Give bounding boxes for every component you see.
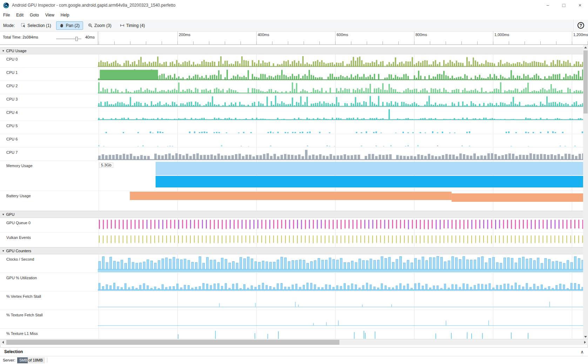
track-cpu-5[interactable]: CPU 5 (0, 121, 583, 134)
track-gpu-utilization[interactable]: GPU % Utilization (0, 273, 583, 291)
track-chart-cpu-1[interactable] (98, 68, 583, 81)
track-chart-vertex-fetch-stall[interactable] (98, 291, 583, 310)
track-vertex-fetch-stall[interactable]: % Vertex Fetch Stall (0, 291, 583, 310)
timing-mode-button[interactable]: Timing (4) (116, 21, 149, 30)
menu-help[interactable]: Help (58, 11, 73, 20)
track-cpu-4[interactable]: CPU 4 (0, 108, 583, 121)
scroll-left-icon[interactable] (0, 339, 6, 345)
cpu-5-chart-svg (98, 121, 583, 134)
zoom-slider-handle[interactable] (75, 37, 78, 41)
horizontal-scrollbar[interactable] (0, 339, 588, 345)
maximize-button[interactable]: □ (556, 0, 572, 11)
horizontal-scroll-thumb[interactable] (6, 340, 339, 345)
ruler-minor-ticks (98, 41, 588, 44)
track-chart-clocks-per-second[interactable] (98, 254, 583, 273)
section-header-gpu-counters[interactable]: ▾GPU Counters (0, 247, 583, 254)
menu-goto[interactable]: Goto (27, 11, 42, 20)
vertical-scrollbar[interactable] (583, 45, 588, 339)
texture-fetch-stall-chart-svg (98, 310, 583, 328)
track-chart-gpu-utilization[interactable] (98, 273, 583, 291)
track-cpu-3[interactable]: CPU 3 (0, 94, 583, 108)
track-cpu-6[interactable]: CPU 6 (0, 134, 583, 147)
selection-panel-title: Selection (4, 349, 23, 354)
cpu-0-chart-svg (98, 54, 583, 67)
help-button[interactable]: ? (573, 20, 588, 31)
scroll-right-icon[interactable] (582, 339, 588, 345)
track-chart-texture-fetch-stall[interactable] (98, 310, 583, 328)
section-label: GPU (6, 212, 15, 217)
track-chart-texture-l1-miss[interactable] (98, 329, 583, 339)
track-label-cpu-3: CPU 3 (0, 94, 98, 107)
battery-usage-chart-svg (98, 191, 583, 211)
track-chart-gpu-queue-0[interactable] (98, 218, 583, 232)
track-chart-cpu-5[interactable] (98, 121, 583, 134)
track-vulkan-events[interactable]: Vulkan Events (0, 233, 583, 247)
menu-view[interactable]: View (42, 11, 58, 20)
close-button[interactable]: × (572, 0, 588, 11)
selection-mode-button[interactable]: Selection (1) (18, 21, 54, 30)
track-label-vulkan-events: Vulkan Events (0, 233, 98, 247)
vertical-scroll-thumb[interactable] (583, 50, 588, 114)
track-texture-fetch-stall[interactable]: % Texture Fetch Stall (0, 310, 583, 329)
track-chart-cpu-7[interactable] (98, 147, 583, 160)
track-label-cpu-4: CPU 4 (0, 108, 98, 121)
track-cpu-0[interactable]: CPU 0 (0, 54, 583, 68)
track-chart-cpu-4[interactable] (98, 108, 583, 121)
section-header-gpu[interactable]: ▾GPU (0, 211, 583, 218)
track-label-cpu-6: CPU 6 (0, 134, 98, 147)
track-label-memory-usage: Memory Usage (0, 161, 98, 191)
section-label: CPU Usage (6, 49, 27, 53)
collapse-arrow-icon[interactable]: ▾ (2, 249, 4, 253)
cpu-4-chart-svg (98, 108, 583, 121)
track-cpu-1[interactable]: CPU 1 (0, 68, 583, 81)
selection-panel-header[interactable]: Selection ∧ (0, 347, 588, 356)
track-chart-cpu-2[interactable] (98, 81, 583, 94)
selection-icon (21, 23, 26, 28)
track-chart-cpu-6[interactable] (98, 134, 583, 147)
cpu-3-chart-svg (98, 94, 583, 107)
track-label-cpu-7: CPU 7 (0, 147, 98, 160)
gpu-utilization-chart-svg (98, 273, 583, 291)
ruler-summary: Total Time: 2s084ms 40ms (0, 32, 98, 44)
track-clocks-per-second[interactable]: Clocks / Second (0, 254, 583, 273)
ruler-scale[interactable]: 200ms400ms600ms800ms1,000ms1,200ms (98, 32, 588, 44)
track-chart-vulkan-events[interactable] (98, 233, 583, 247)
track-cpu-2[interactable]: CPU 2 (0, 81, 583, 94)
zoom-slider[interactable] (56, 39, 81, 39)
menu-file[interactable]: File (0, 11, 13, 20)
track-memory-usage[interactable]: Memory Usage5.3Gb (0, 161, 583, 191)
track-chart-cpu-0[interactable] (98, 54, 583, 67)
track-gpu-queue-0[interactable]: GPU Queue 0 (0, 218, 583, 233)
cpu-2-chart-svg (98, 81, 583, 94)
track-texture-l1-miss[interactable]: % Texture L1 Miss (0, 329, 583, 339)
ruler-tick-label: 400ms (258, 33, 269, 37)
texture-l1-miss-chart-svg (98, 329, 583, 339)
timing-mode-label: Timing (4) (126, 23, 145, 28)
scroll-down-icon[interactable] (583, 334, 588, 339)
minimize-button[interactable]: − (540, 0, 556, 11)
collapse-arrow-icon[interactable]: ▾ (2, 213, 4, 216)
track-battery-usage[interactable]: Battery Usage (0, 191, 583, 211)
track-cpu-7[interactable]: CPU 7 (0, 147, 583, 161)
track-label-texture-fetch-stall: % Texture Fetch Stall (0, 310, 98, 328)
zoom-mode-button[interactable]: Zoom (3) (85, 21, 115, 30)
track-label-cpu-1: CPU 1 (0, 68, 98, 81)
cpu-1-chart-svg (98, 68, 583, 81)
track-chart-battery-usage[interactable] (98, 191, 583, 211)
collapse-arrow-icon[interactable]: ▾ (2, 49, 4, 53)
app-window: Android GPU Inspector - com.google.andro… (0, 0, 588, 364)
memory-usage-chart-svg (98, 161, 583, 191)
section-header-cpu-usage[interactable]: ▾CPU Usage (0, 47, 583, 54)
scroll-up-icon[interactable] (583, 45, 588, 50)
track-chart-memory-usage[interactable]: 5.3Gb (98, 161, 583, 191)
track-chart-cpu-3[interactable] (98, 94, 583, 107)
collapse-panel-icon[interactable]: ∧ (580, 349, 584, 355)
menu-edit[interactable]: Edit (13, 11, 27, 20)
timeline-ruler: Total Time: 2s084ms 40ms 200ms400ms600ms… (0, 32, 588, 45)
title-bar: Android GPU Inspector - com.google.andro… (0, 0, 588, 11)
cpu-6-chart-svg (98, 134, 583, 147)
pan-mode-button[interactable]: Pan (2) (56, 21, 83, 30)
track-label-cpu-0: CPU 0 (0, 54, 98, 67)
ruler-tick-label: 800ms (415, 33, 427, 37)
ruler-tick-label: 1,000ms (494, 33, 509, 37)
